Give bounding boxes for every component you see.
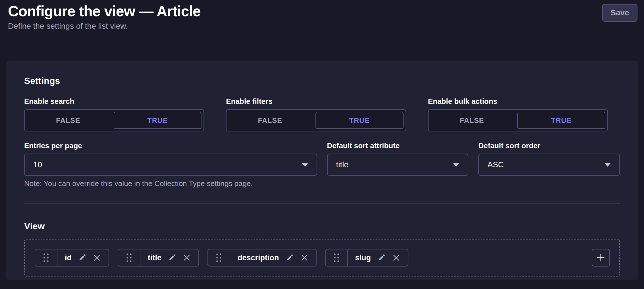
entries-per-page-value: 10 xyxy=(33,160,42,169)
save-button[interactable]: Save xyxy=(602,4,637,22)
default-sort-order-select[interactable]: ASC xyxy=(478,154,620,176)
remove-field-x-icon[interactable] xyxy=(300,253,309,262)
field-chip-slug[interactable]: slug xyxy=(325,249,409,267)
field-enable-bulk-actions: Enable bulk actions FALSE TRUE xyxy=(428,97,620,131)
field-default-sort-attribute: Default sort attribute title xyxy=(327,141,469,188)
field-chip-label: title xyxy=(148,253,161,262)
entries-per-page-label: Entries per page xyxy=(24,141,317,150)
default-sort-order-value: ASC xyxy=(487,160,504,169)
default-sort-attribute-label: Default sort attribute xyxy=(327,141,469,150)
settings-card: Settings Enable search FALSE TRUE Enable… xyxy=(6,61,638,280)
enable-bulk-actions-toggle: FALSE TRUE xyxy=(428,109,608,131)
field-default-sort-order: Default sort order ASC xyxy=(478,141,620,188)
remove-field-x-icon[interactable] xyxy=(93,253,101,262)
caret-down-icon xyxy=(302,163,308,167)
drag-handle-icon[interactable] xyxy=(35,249,57,266)
field-enable-filters: Enable filters FALSE TRUE xyxy=(226,97,418,131)
field-chip-description[interactable]: description xyxy=(207,249,317,267)
entries-per-page-select[interactable]: 10 xyxy=(24,154,317,176)
enable-bulk-actions-false-option[interactable]: FALSE xyxy=(429,110,516,131)
field-chip-title[interactable]: title xyxy=(118,249,199,267)
enable-search-true-option[interactable]: TRUE xyxy=(114,112,202,129)
field-entries-per-page: Entries per page 10 Note: You can overri… xyxy=(24,141,317,188)
enable-filters-false-option[interactable]: FALSE xyxy=(227,110,313,131)
enable-filters-toggle: FALSE TRUE xyxy=(226,109,406,131)
drag-handle-icon[interactable] xyxy=(118,249,140,266)
enable-search-toggle: FALSE TRUE xyxy=(24,109,204,131)
caret-down-icon xyxy=(453,163,459,167)
edit-field-pencil-icon[interactable] xyxy=(377,253,386,262)
view-heading: View xyxy=(24,221,620,232)
default-sort-attribute-select[interactable]: title xyxy=(327,154,469,176)
selects-row: Entries per page 10 Note: You can overri… xyxy=(24,141,620,188)
settings-heading: Settings xyxy=(24,76,620,86)
caret-down-icon xyxy=(604,163,611,167)
default-sort-order-label: Default sort order xyxy=(478,141,620,150)
entries-per-page-note: Note: You can override this value in the… xyxy=(24,179,317,188)
drag-handle-icon[interactable] xyxy=(326,249,348,266)
enable-filters-label: Enable filters xyxy=(226,97,418,106)
page-header: Configure the view — Article Define the … xyxy=(0,0,644,31)
page-title: Configure the view — Article xyxy=(8,3,637,20)
view-fields-dropzone: id xyxy=(24,239,620,276)
field-chip-label: id xyxy=(65,253,72,262)
edit-field-pencil-icon[interactable] xyxy=(285,253,294,262)
remove-field-x-icon[interactable] xyxy=(182,253,191,262)
edit-field-pencil-icon[interactable] xyxy=(78,253,86,262)
field-chip-id[interactable]: id xyxy=(35,249,109,267)
default-sort-attribute-value: title xyxy=(336,160,349,169)
enable-search-false-option[interactable]: FALSE xyxy=(25,110,112,131)
remove-field-x-icon[interactable] xyxy=(392,253,400,262)
add-field-button[interactable] xyxy=(592,249,610,267)
field-chip-label: slug xyxy=(355,253,371,262)
edit-field-pencil-icon[interactable] xyxy=(168,253,176,262)
enable-bulk-actions-label: Enable bulk actions xyxy=(428,97,620,106)
page-subtitle: Define the settings of the list view. xyxy=(8,22,637,31)
enable-bulk-actions-true-option[interactable]: TRUE xyxy=(517,112,605,129)
section-divider xyxy=(24,203,620,204)
drag-handle-icon[interactable] xyxy=(208,249,230,266)
enable-search-label: Enable search xyxy=(24,97,216,106)
field-chip-label: description xyxy=(238,253,279,262)
plus-icon xyxy=(596,253,606,263)
field-enable-search: Enable search FALSE TRUE xyxy=(24,97,216,131)
enable-filters-true-option[interactable]: TRUE xyxy=(315,112,404,129)
toggles-row: Enable search FALSE TRUE Enable filters … xyxy=(24,97,620,131)
